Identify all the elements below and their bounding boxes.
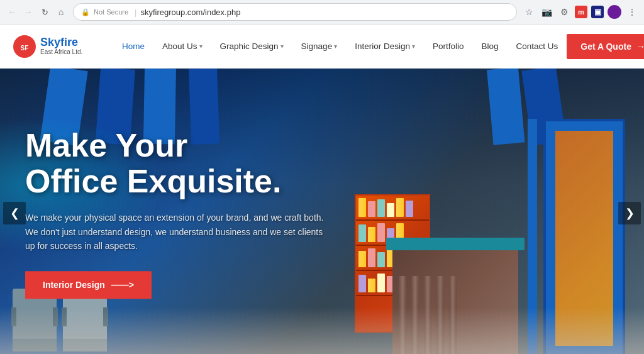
nav-portfolio[interactable]: Portfolio	[424, 25, 473, 69]
ext-red-icon[interactable]: m	[575, 6, 587, 18]
shelf-row-1	[356, 196, 429, 221]
hero-subtext: We make your physical space an extension…	[25, 211, 327, 253]
nav-links: Home About Us ▾ Graphic Design ▾ Signage…	[113, 25, 567, 69]
nav-contact[interactable]: Contact Us	[508, 25, 567, 69]
bookmark-button[interactable]: ☆	[522, 5, 536, 19]
desk-top	[386, 238, 525, 250]
screenshot-button[interactable]: 📷	[540, 5, 553, 19]
address-bar[interactable]: 🔒 Not Secure | skyfiregroup.com/index.ph…	[73, 3, 517, 21]
ceiling-beam-5	[487, 69, 525, 145]
get-quote-button[interactable]: Get A Quote →	[567, 34, 644, 59]
home-button[interactable]: ⌂	[54, 5, 68, 19]
logo-text-area: Skyfire East Africa Ltd.	[40, 36, 82, 56]
hero-cta-arrow: ——>	[111, 280, 134, 290]
profile-icon[interactable]	[608, 5, 621, 19]
nav-blog[interactable]: Blog	[472, 25, 507, 69]
browser-actions: ☆ 📷 ⚙ m ▣ ⋮	[522, 5, 639, 19]
nav-about[interactable]: About Us ▾	[153, 25, 211, 69]
url-text: skyfiregroup.com/index.php	[140, 8, 240, 17]
hero-section: ❮ ❯ Make Your Office Exquisite. We make …	[0, 69, 644, 354]
hero-heading: Make Your Office Exquisite.	[25, 128, 327, 199]
ext-purple-icon[interactable]: ▣	[591, 6, 604, 18]
nav-home[interactable]: Home	[113, 25, 153, 69]
hero-cta-button[interactable]: Interior Design ——>	[25, 271, 152, 299]
logo-name: Skyfire	[40, 36, 82, 48]
hero-content: Make Your Office Exquisite. We make your…	[25, 128, 327, 299]
extensions-button[interactable]: ⚙	[557, 5, 571, 19]
not-secure-label: Not Secure	[94, 8, 128, 16]
about-chevron: ▾	[199, 43, 203, 50]
nav-interior-design[interactable]: Interior Design ▾	[346, 25, 424, 69]
nav-signage[interactable]: Signage ▾	[292, 25, 347, 69]
get-quote-arrow: →	[636, 41, 644, 52]
hero-cta-label: Interior Design	[43, 280, 105, 290]
menu-button[interactable]: ⋮	[625, 5, 639, 19]
signage-chevron: ▾	[334, 43, 337, 50]
reload-button[interactable]: ↻	[38, 5, 52, 19]
hero-floor	[0, 307, 644, 354]
browser-chrome: ← → ↻ ⌂ 🔒 Not Secure | skyfiregroup.com/…	[0, 0, 644, 25]
hero-heading-line1: Make Your	[25, 127, 187, 163]
forward-button[interactable]: →	[21, 5, 35, 19]
graphic-chevron: ▾	[280, 43, 284, 50]
carousel-next-button[interactable]: ❯	[618, 202, 641, 224]
logo-sub: East Africa Ltd.	[40, 48, 82, 56]
svg-text:SF: SF	[21, 45, 29, 52]
back-button[interactable]: ←	[5, 5, 19, 19]
interior-chevron: ▾	[412, 43, 415, 50]
logo-icon: SF	[13, 35, 36, 58]
nav-graphic-design[interactable]: Graphic Design ▾	[211, 25, 292, 69]
get-quote-label: Get A Quote	[580, 41, 631, 52]
site-nav: SF Skyfire East Africa Ltd. Home About U…	[0, 25, 644, 69]
security-icon: 🔒	[81, 8, 90, 16]
carousel-prev-button[interactable]: ❮	[3, 202, 26, 224]
hero-heading-line2: Office Exquisite.	[25, 163, 281, 199]
logo-area[interactable]: SF Skyfire East Africa Ltd.	[13, 35, 94, 58]
